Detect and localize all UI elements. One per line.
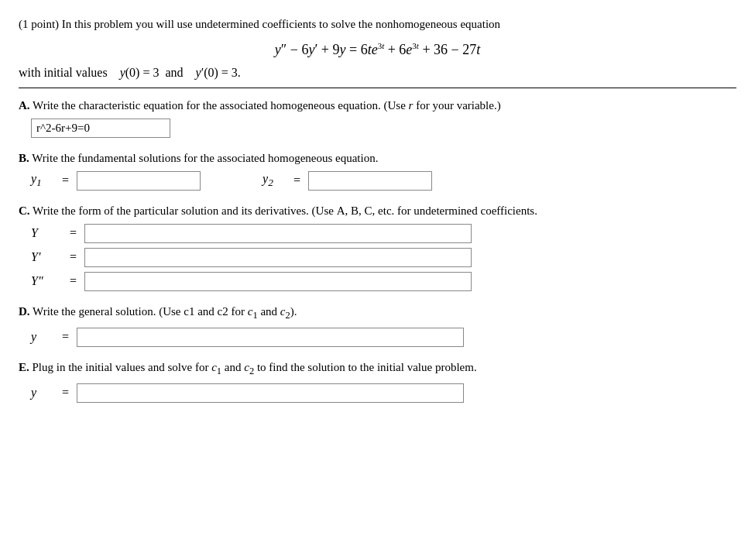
- section-b-description: B. Write the fundamental solutions for t…: [19, 152, 736, 165]
- y1-eq: =: [62, 173, 69, 187]
- section-a-label: A.: [19, 99, 30, 112]
- section-e-label: E.: [19, 361, 29, 373]
- Y-eq: =: [70, 226, 77, 240]
- section-d-input-row: y =: [31, 328, 736, 347]
- section-e-description: E. Plug in the initial values and solve …: [19, 361, 736, 377]
- Ypp-eq: =: [70, 274, 77, 288]
- y-d-input[interactable]: [77, 328, 464, 347]
- y2-label: y2: [263, 172, 286, 189]
- section-b-inputs: y1 = y2 =: [31, 171, 736, 191]
- Ypp-input[interactable]: [84, 272, 472, 291]
- section-a: A. Write the characteristic equation for…: [19, 99, 736, 138]
- yp0-value: y′(0) = 3.: [190, 66, 241, 80]
- section-c-Yp-row: Y′ =: [31, 248, 736, 267]
- section-c-description: C. Write the form of the particular solu…: [19, 204, 736, 218]
- and-label: and: [165, 66, 183, 80]
- section-c-label: C.: [19, 204, 30, 217]
- initial-values-line: with initial values y(0) = 3 and y′(0) =…: [19, 66, 736, 80]
- section-c: C. Write the form of the particular solu…: [19, 204, 736, 291]
- y-e-input[interactable]: [77, 383, 464, 403]
- y0-value: y(0) = 3: [114, 66, 160, 80]
- with-initial-values-label: with initial values: [19, 66, 108, 80]
- section-b: B. Write the fundamental solutions for t…: [19, 152, 736, 191]
- y-e-label: y: [31, 386, 54, 400]
- section-d-description: D. Write the general solution. (Use c1 a…: [19, 305, 736, 321]
- Yp-label: Y′: [31, 250, 62, 264]
- y-e-eq: =: [62, 386, 69, 400]
- intro-text: (1 point) In this problem you will use u…: [19, 15, 736, 33]
- y1-input[interactable]: [77, 171, 201, 191]
- Y-label: Y: [31, 226, 62, 240]
- characteristic-equation-input[interactable]: [31, 119, 170, 138]
- y1-label: y1: [31, 172, 54, 189]
- Yp-input[interactable]: [84, 248, 472, 267]
- section-d-label: D.: [19, 305, 30, 318]
- y2-input[interactable]: [308, 171, 432, 191]
- y-d-label: y: [31, 330, 54, 344]
- y2-eq: =: [293, 173, 300, 187]
- Ypp-label: Y″: [31, 274, 62, 288]
- Yp-eq: =: [70, 250, 77, 264]
- section-e-input-row: y =: [31, 383, 736, 403]
- section-c-Ypp-row: Y″ =: [31, 272, 736, 291]
- section-b-label: B.: [19, 152, 29, 164]
- section-a-input-row: [31, 119, 736, 138]
- section-d: D. Write the general solution. (Use c1 a…: [19, 305, 736, 347]
- section-divider: [19, 88, 736, 88]
- main-equation: y″ − 6y′ + 9y = 6te3t + 6e3t + 36 − 27t: [19, 41, 736, 58]
- section-e: E. Plug in the initial values and solve …: [19, 361, 736, 403]
- y-d-eq: =: [62, 330, 69, 344]
- Y-input[interactable]: [84, 224, 472, 243]
- section-a-description: A. Write the characteristic equation for…: [19, 99, 736, 112]
- section-c-Y-row: Y =: [31, 224, 736, 243]
